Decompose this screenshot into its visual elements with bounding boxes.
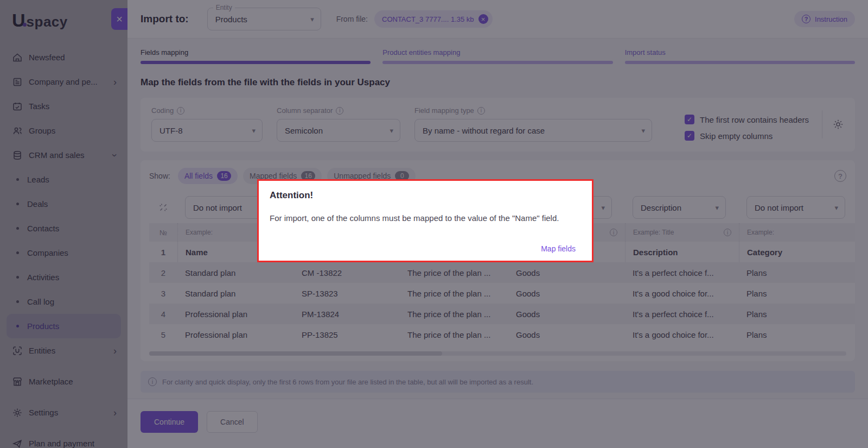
modal-message: For import, one of the columns must be m… xyxy=(270,213,576,223)
app: Uspacy Newsfeed Company and pe... Tasks … xyxy=(0,0,868,448)
attention-modal: Attention! For import, one of the column… xyxy=(257,179,593,262)
map-fields-link[interactable]: Map fields xyxy=(541,244,576,253)
modal-title: Attention! xyxy=(270,190,576,201)
